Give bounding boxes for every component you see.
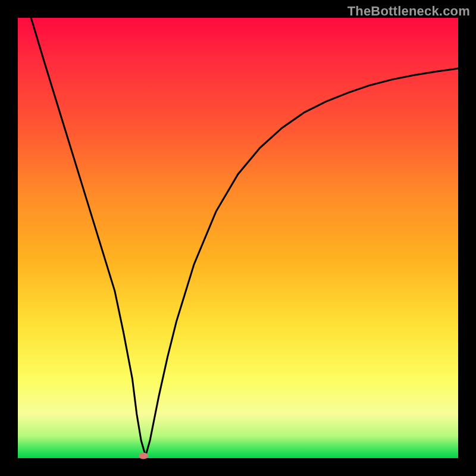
curve-svg — [18, 18, 458, 458]
bottleneck-curve — [31, 18, 458, 456]
minimum-marker — [139, 453, 148, 459]
chart-frame: TheBottleneck.com — [0, 0, 476, 476]
plot-area — [18, 18, 458, 458]
watermark-text: TheBottleneck.com — [347, 4, 470, 19]
